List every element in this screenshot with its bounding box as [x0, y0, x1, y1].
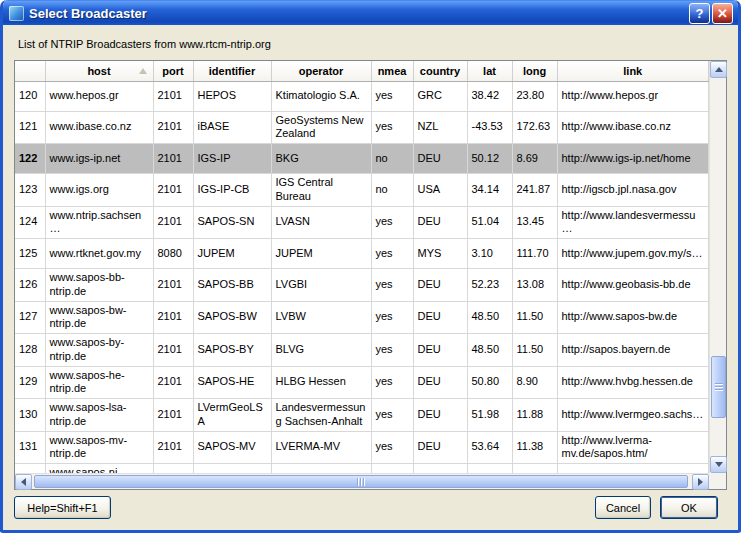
- cell-num[interactable]: 124: [15, 206, 45, 239]
- cell-host[interactable]: www.sapos-bb-ntrip.de: [45, 269, 153, 302]
- cell-identifier[interactable]: SAPOS-SN: [193, 206, 271, 239]
- cell-num[interactable]: 131: [15, 431, 45, 464]
- cell-operator[interactable]: IGS Central Bureau: [271, 174, 371, 207]
- cell-operator[interactable]: HLBG Hessen: [271, 366, 371, 399]
- cell-country[interactable]: DEU: [413, 144, 467, 174]
- cell-port[interactable]: 2101: [153, 366, 193, 399]
- cell-lat[interactable]: 52.23: [467, 269, 512, 302]
- cell-identifier[interactable]: SAPOS-NI: [193, 464, 271, 474]
- cell-country[interactable]: NZL: [413, 111, 467, 144]
- cell-identifier[interactable]: IGS-IP: [193, 144, 271, 174]
- cell-nmea[interactable]: no: [371, 144, 413, 174]
- cell-country[interactable]: DEU: [413, 206, 467, 239]
- cell-operator[interactable]: Landesvermessung Sachsen-Anhalt: [271, 399, 371, 432]
- cell-identifier[interactable]: IGS-IP-CB: [193, 174, 271, 207]
- column-header-long[interactable]: long: [512, 61, 557, 81]
- column-header-nmea[interactable]: nmea: [371, 61, 413, 81]
- column-header-link[interactable]: link: [557, 61, 709, 81]
- cell-lat[interactable]: 3.10: [467, 239, 512, 269]
- cell-link[interactable]: http://www.lgn.niedersachs…: [557, 464, 709, 474]
- cell-long[interactable]: 11.38: [512, 431, 557, 464]
- table-row[interactable]: 124www.ntrip.sachsen…2101SAPOS-SNLVASNye…: [15, 206, 709, 239]
- cell-operator[interactable]: LVBW: [271, 301, 371, 334]
- table-row[interactable]: 129www.sapos-he-ntrip.de2101SAPOS-HEHLBG…: [15, 366, 709, 399]
- cell-operator[interactable]: LVGBI: [271, 269, 371, 302]
- cell-nmea[interactable]: yes: [371, 81, 413, 111]
- cell-link[interactable]: http://www.sapos-bw.de: [557, 301, 709, 334]
- cell-nmea[interactable]: yes: [371, 111, 413, 144]
- cell-link[interactable]: http://www.igs-ip.net/home: [557, 144, 709, 174]
- cell-lat[interactable]: 48.50: [467, 301, 512, 334]
- cell-link[interactable]: http://www.lvermgeo.sachs…: [557, 399, 709, 432]
- cell-country[interactable]: DEU: [413, 269, 467, 302]
- column-header-host[interactable]: host: [45, 61, 153, 81]
- cell-nmea[interactable]: no: [371, 174, 413, 207]
- cell-port[interactable]: 2101: [153, 464, 193, 474]
- cell-identifier[interactable]: SAPOS-BW: [193, 301, 271, 334]
- cell-long[interactable]: 241.87: [512, 174, 557, 207]
- horizontal-scrollbar[interactable]: [15, 473, 709, 489]
- titlebar-close-button[interactable]: ✕: [712, 3, 733, 24]
- table-row[interactable]: 126www.sapos-bb-ntrip.de2101SAPOS-BBLVGB…: [15, 269, 709, 302]
- vertical-scrollbar[interactable]: [709, 61, 726, 473]
- cell-num[interactable]: 120: [15, 81, 45, 111]
- cell-nmea[interactable]: yes: [371, 334, 413, 367]
- cell-country[interactable]: DEU: [413, 334, 467, 367]
- cell-lat[interactable]: 53.64: [467, 431, 512, 464]
- cell-lat[interactable]: 52.40: [467, 464, 512, 474]
- scroll-down-button[interactable]: [710, 456, 727, 473]
- cell-host[interactable]: www.rtknet.gov.my: [45, 239, 153, 269]
- cell-port[interactable]: 2101: [153, 206, 193, 239]
- cell-host[interactable]: www.sapos-by-ntrip.de: [45, 334, 153, 367]
- cell-country[interactable]: DEU: [413, 366, 467, 399]
- cell-num[interactable]: 130: [15, 399, 45, 432]
- cell-lat[interactable]: 48.50: [467, 334, 512, 367]
- cell-link[interactable]: http://www.jupem.gov.my/s…: [557, 239, 709, 269]
- cell-lat[interactable]: 51.04: [467, 206, 512, 239]
- table-row[interactable]: 123www.igs.org2101IGS-IP-CBIGS Central B…: [15, 174, 709, 207]
- cell-num[interactable]: 127: [15, 301, 45, 334]
- cell-country[interactable]: DEU: [413, 399, 467, 432]
- column-header-operator[interactable]: operator: [271, 61, 371, 81]
- scroll-left-button[interactable]: [15, 474, 32, 490]
- cell-host[interactable]: www.igs.org: [45, 174, 153, 207]
- cell-nmea[interactable]: yes: [371, 269, 413, 302]
- cell-host[interactable]: www.ntrip.sachsen…: [45, 206, 153, 239]
- cell-link[interactable]: http://www.lverma-mv.de/sapos.htm/: [557, 431, 709, 464]
- column-header-num[interactable]: [15, 61, 45, 81]
- cell-operator[interactable]: BKG: [271, 144, 371, 174]
- cell-num[interactable]: 121: [15, 111, 45, 144]
- cell-port[interactable]: 2101: [153, 334, 193, 367]
- cell-nmea[interactable]: yes: [371, 366, 413, 399]
- cell-host[interactable]: www.sapos-he-ntrip.de: [45, 366, 153, 399]
- table-row[interactable]: 132www.sapos-ni-ntrip.de2101SAPOS-NILGNy…: [15, 464, 709, 474]
- cell-identifier[interactable]: JUPEM: [193, 239, 271, 269]
- cell-operator[interactable]: LVERMA-MV: [271, 431, 371, 464]
- cell-lat[interactable]: 34.14: [467, 174, 512, 207]
- table-row[interactable]: 128www.sapos-by-ntrip.de2101SAPOS-BYBLVG…: [15, 334, 709, 367]
- cell-identifier[interactable]: LVermGeoLSA: [193, 399, 271, 432]
- cell-link[interactable]: http://www.ibase.co.nz: [557, 111, 709, 144]
- cell-host[interactable]: www.ibase.co.nz: [45, 111, 153, 144]
- cell-nmea[interactable]: yes: [371, 301, 413, 334]
- cell-host[interactable]: www.igs-ip.net: [45, 144, 153, 174]
- cell-country[interactable]: GRC: [413, 81, 467, 111]
- cell-num[interactable]: 125: [15, 239, 45, 269]
- cell-host[interactable]: www.sapos-ni-ntrip.de: [45, 464, 153, 474]
- column-header-port[interactable]: port: [153, 61, 193, 81]
- cell-nmea[interactable]: yes: [371, 239, 413, 269]
- cell-port[interactable]: 8080: [153, 239, 193, 269]
- cell-host[interactable]: www.sapos-bw-ntrip.de: [45, 301, 153, 334]
- cell-country[interactable]: USA: [413, 174, 467, 207]
- cancel-button[interactable]: Cancel: [595, 496, 651, 519]
- cell-long[interactable]: 11.88: [512, 399, 557, 432]
- cell-nmea[interactable]: yes: [371, 206, 413, 239]
- cell-long[interactable]: 172.63: [512, 111, 557, 144]
- scroll-up-button[interactable]: [710, 61, 727, 78]
- table-row[interactable]: 122www.igs-ip.net2101IGS-IPBKGnoDEU50.12…: [15, 144, 709, 174]
- cell-link[interactable]: http://www.hvbg.hessen.de: [557, 366, 709, 399]
- cell-num[interactable]: 123: [15, 174, 45, 207]
- cell-operator[interactable]: BLVG: [271, 334, 371, 367]
- cell-num[interactable]: 122: [15, 144, 45, 174]
- cell-lat[interactable]: 50.80: [467, 366, 512, 399]
